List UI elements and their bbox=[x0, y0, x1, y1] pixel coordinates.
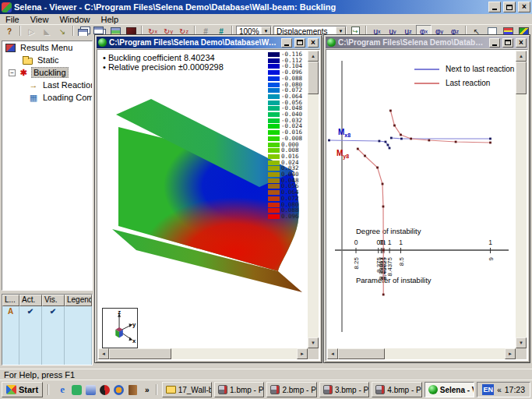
child-minimize-button[interactable] bbox=[281, 38, 292, 48]
task-button-2-bmp-paint[interactable]: 2.bmp - Paint bbox=[266, 382, 316, 397]
taskbar-divider bbox=[153, 384, 160, 395]
task-button-1-bmp-paint[interactable]: 1.bmp - Paint bbox=[214, 382, 264, 397]
menu-view[interactable]: View bbox=[25, 15, 55, 24]
tree-label-last-reaction: Last Reaction bbox=[41, 80, 93, 90]
child-close-button[interactable]: × bbox=[308, 38, 319, 48]
svg-text:1: 1 bbox=[488, 238, 492, 246]
scale-swatch bbox=[268, 70, 280, 75]
layers-header-active[interactable]: Act. bbox=[19, 295, 42, 306]
scroll-right-icon[interactable]: ► bbox=[297, 348, 308, 359]
task-button-3-bmp-paint[interactable]: 3.bmp - Paint bbox=[319, 382, 369, 397]
child-maximize-button[interactable] bbox=[294, 38, 305, 48]
close-button[interactable]: × bbox=[518, 2, 530, 12]
model-window-titlebar[interactable]: C:\Program Files\Selena Demo\Database\Wa… bbox=[97, 37, 320, 48]
scale-value: -0.008 bbox=[281, 136, 302, 141]
menubar: File View Window Help bbox=[0, 14, 532, 24]
player-icon[interactable] bbox=[113, 384, 124, 395]
menu-file[interactable]: File bbox=[0, 15, 25, 24]
scale-swatch bbox=[268, 101, 280, 105]
tree-item-last-reaction[interactable]: → Last Reaction bbox=[2, 79, 92, 91]
ie-icon[interactable]: e bbox=[57, 384, 68, 395]
minimize-button[interactable] bbox=[488, 2, 501, 12]
start-button[interactable]: Start bbox=[2, 382, 43, 397]
layer-cell-visible-check[interactable]: ✔ bbox=[42, 306, 65, 365]
legend-label: Last reaction bbox=[446, 79, 490, 87]
svg-text:8.25: 8.25 bbox=[353, 256, 360, 269]
selena-icon bbox=[428, 385, 438, 394]
legend-item-last-reaction: Last reaction bbox=[414, 79, 490, 87]
scroll-thumb[interactable] bbox=[109, 348, 171, 359]
layers-header-visible[interactable]: Vis. bbox=[42, 295, 65, 306]
scroll-thumb[interactable] bbox=[308, 62, 319, 94]
child-close-button[interactable]: × bbox=[516, 38, 527, 48]
notes-icon[interactable] bbox=[127, 384, 138, 395]
layer-cell-name[interactable]: A bbox=[2, 306, 19, 365]
scale-swatch bbox=[268, 94, 280, 99]
menu-window[interactable]: Window bbox=[54, 15, 95, 24]
media-icon[interactable] bbox=[99, 384, 110, 395]
paint-icon bbox=[323, 385, 333, 394]
pointer-tool-icon: ▷ bbox=[28, 27, 34, 36]
task-button-17-wall-beam[interactable]: 17_Wall-beam bbox=[162, 382, 212, 397]
minimize-icon bbox=[284, 44, 289, 46]
tree-item-static[interactable]: Static bbox=[2, 54, 92, 66]
menu-help[interactable]: Help bbox=[96, 15, 125, 24]
main-window-title: Selena - Viewer - C:\Program Files\Selen… bbox=[14, 2, 486, 12]
child-minimize-button[interactable] bbox=[489, 38, 500, 48]
scroll-down-icon[interactable]: ▼ bbox=[516, 337, 527, 348]
task-button-4-bmp-paint[interactable]: 4.bmp - Paint bbox=[372, 382, 421, 397]
tray-clock: 17:23 bbox=[505, 385, 525, 394]
model-vertical-scrollbar[interactable]: ▲ ▼ bbox=[308, 51, 319, 348]
tray-chevron[interactable]: « bbox=[497, 386, 502, 394]
language-indicator[interactable]: EN bbox=[482, 384, 494, 395]
model-window-title: C:\Program Files\Selena Demo\Database\Wa… bbox=[109, 38, 279, 47]
scroll-thumb[interactable] bbox=[338, 348, 385, 359]
probe-tool-icon: ↘ bbox=[59, 27, 65, 36]
messenger-icon bbox=[72, 385, 82, 395]
task-label: 4.bmp - Paint bbox=[387, 386, 421, 394]
statusbar: For Help, press F1 bbox=[0, 369, 532, 380]
reaction-icon: → bbox=[29, 80, 38, 90]
paint-icon bbox=[270, 385, 280, 394]
scroll-left-icon[interactable]: ◄ bbox=[98, 348, 109, 359]
scroll-right-icon[interactable]: ► bbox=[505, 348, 516, 359]
scale-swatch bbox=[268, 124, 280, 129]
chart-vertical-scrollbar[interactable]: ▲ ▼ bbox=[516, 51, 527, 348]
layer-cell-active-check[interactable]: ✔ bbox=[19, 306, 42, 365]
quick-launch-overflow-chevron[interactable]: » bbox=[143, 386, 151, 394]
tree-item-results-menu[interactable]: Results Menu bbox=[2, 41, 92, 54]
tree-label-results-menu: Results Menu bbox=[19, 43, 74, 52]
scale-swatch bbox=[268, 112, 280, 117]
scroll-down-icon[interactable]: ▼ bbox=[308, 337, 319, 348]
model-horizontal-scrollbar[interactable]: ◄ ► bbox=[98, 348, 308, 359]
x-axis-label: x bbox=[132, 337, 136, 344]
child-maximize-button[interactable] bbox=[502, 38, 513, 48]
messenger-icon[interactable] bbox=[71, 384, 82, 395]
outlook-icon[interactable] bbox=[85, 384, 96, 395]
layers-header-layer[interactable]: L... bbox=[2, 295, 19, 306]
results-tree: Results Menu Static − ✱ Buckling → Last … bbox=[2, 41, 93, 291]
color-scale-row: -0.008 bbox=[268, 136, 306, 141]
folder-icon bbox=[166, 386, 176, 394]
toolbar-separator bbox=[17, 26, 23, 37]
scroll-up-icon[interactable]: ▲ bbox=[516, 51, 527, 62]
scroll-thumb[interactable] bbox=[516, 62, 527, 94]
layer-cell-legend bbox=[65, 306, 92, 365]
main-titlebar[interactable]: Selena - Viewer - C:\Program Files\Selen… bbox=[0, 0, 532, 14]
scale-swatch bbox=[268, 118, 280, 123]
combination-icon: ▦ bbox=[29, 93, 38, 103]
chart-window-titlebar[interactable]: C:\Program Files\Selena Demo\Database\Wa… bbox=[326, 37, 528, 48]
collapse-box-icon[interactable]: − bbox=[9, 69, 16, 76]
scroll-up-icon[interactable]: ▲ bbox=[308, 51, 319, 62]
model-client-area: • Buckling coefficient 8.40234 • Relativ… bbox=[97, 49, 320, 361]
tree-item-loading-combination[interactable]: ▦ Loading Combination bbox=[2, 91, 92, 104]
scroll-left-icon[interactable]: ◄ bbox=[327, 348, 338, 359]
layers-header-legend[interactable]: Legend bbox=[65, 295, 92, 306]
task-button-selena-view-[interactable]: Selena - View... bbox=[425, 382, 474, 397]
z-axis-label: z bbox=[118, 309, 121, 316]
minimize-icon bbox=[492, 9, 497, 10]
chart-horizontal-scrollbar[interactable]: ◄ ► bbox=[327, 348, 516, 359]
tree-item-buckling[interactable]: − ✱ Buckling bbox=[2, 66, 92, 79]
quick-launch: e bbox=[54, 384, 141, 395]
maximize-button[interactable] bbox=[503, 2, 516, 12]
